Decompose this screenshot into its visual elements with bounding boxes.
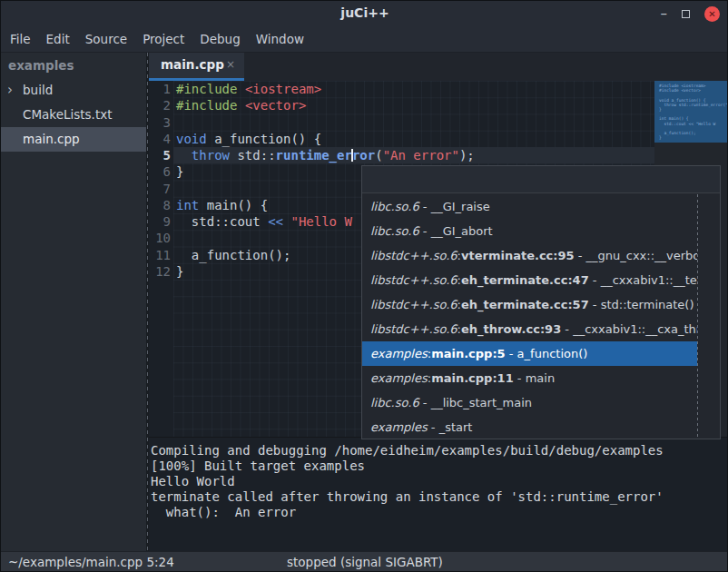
line-number: 9 [149,213,171,230]
menu-item-debug[interactable]: Debug [200,32,240,46]
line-number: 8 [149,197,171,213]
tab-label: main.cpp [161,57,226,72]
backtrace-symbol: - main [514,371,555,385]
code-text: } [176,163,183,180]
code-line-8: 8int main() { [149,197,268,213]
menu-item-file[interactable]: File [10,32,31,46]
line-number: 11 [149,247,171,263]
backtrace-list: libc.so.6 - __GI_raiselibc.so.6 - __GI_a… [362,194,720,439]
file-tree-item-main-cpp[interactable]: main.cpp [1,127,146,152]
app-window: juCi++ – ✕ FileEditSourceProjectDebugWin… [0,0,728,572]
code-text: throw std::runtime_error("An error"); [176,147,475,163]
project-name: examples [1,53,146,78]
backtrace-library: libc.so.6 [370,396,419,409]
backtrace-location: eh_terminate.cc:47 [461,273,589,287]
minimize-icon[interactable]: – [661,9,668,18]
code-line-10: 10 [149,230,176,246]
backtrace-library: libstdc++.so.6 [370,249,457,262]
line-number: 3 [149,114,171,131]
backtrace-popup: libc.so.6 - __GI_raiselibc.so.6 - __GI_a… [361,165,721,439]
code-token: << [268,214,283,229]
menu-item-project[interactable]: Project [143,32,184,46]
file-tree: ›buildCMakeLists.txtmain.cpp [1,78,146,152]
code-token: "An error" [383,148,459,163]
backtrace-item[interactable]: libc.so.6 - __GI_raise [362,194,697,219]
code-text: a_function(); [176,247,290,263]
menu-item-window[interactable]: Window [256,32,304,46]
close-icon[interactable]: ✕ [704,6,720,22]
menubar: FileEditSourceProjectDebugWindow [1,26,728,53]
code-token: a_function(); [176,248,290,262]
code-text: #include <iostream> [176,81,321,97]
backtrace-library: examples [370,420,428,434]
file-tree-item-label: CMakeLists.txt [23,107,113,122]
backtrace-item[interactable]: libc.so.6 - __GI_abort [362,219,697,243]
code-token: void [176,132,207,146]
code-token: ); [459,148,475,163]
code-token: std:: [230,148,276,163]
backtrace-item-selected[interactable]: examples:main.cpp:5 - a_function() [362,341,697,366]
backtrace-location: main.cpp:11 [431,371,514,385]
backtrace-item[interactable]: examples:main.cpp:11 - main [362,366,697,390]
chevron-right-icon[interactable]: › [7,78,13,103]
file-tree-item-label: build [23,83,53,97]
line-number: 2 [149,97,171,113]
line-number: 5 [149,147,171,163]
tab-main-cpp[interactable]: main.cpp × [149,53,244,81]
backtrace-symbol: - __GI_raise [419,200,490,213]
code-token: } [176,264,183,279]
tab-close-icon[interactable]: × [226,58,235,71]
line-number: 1 [149,81,171,97]
menu-item-source[interactable]: Source [85,32,127,46]
file-tree-item-label: main.cpp [23,132,80,146]
titlebar[interactable]: juCi++ – ✕ [1,1,728,26]
backtrace-location: eh_terminate.cc:57 [461,298,589,311]
file-tree-item-cmakelists-txt[interactable]: CMakeLists.txt [1,103,146,127]
backtrace-library: libstdc++.so.6 [370,298,457,311]
terminal-output[interactable]: Compiling and debugging /home/eidheim/ex… [149,437,728,551]
code-line-12: 12} [149,263,183,280]
code-token: main() { [199,198,268,212]
code-token: <iostream> [245,82,321,96]
code-token: ( [375,148,382,163]
debug-status: stopped (signal SIGABRT) [287,555,443,569]
code-token: ror [352,148,375,163]
minimap-slider[interactable]: #include <iostream> #include <vector> vo… [654,81,727,143]
line-number: 7 [149,181,171,197]
code-token: #include [176,82,237,96]
line-number: 12 [149,263,171,280]
code-line-6: 6} [149,163,183,180]
backtrace-library: libc.so.6 [370,200,419,213]
code-token [176,148,192,163]
backtrace-item[interactable]: libstdc++.so.6:eh_terminate.cc:57 - std:… [362,292,697,317]
line-number: 4 [149,131,171,147]
code-line-3: 3 [149,114,176,131]
statusbar: ~/examples/main.cpp 5:24 stopped (signal… [1,551,728,572]
minimap-code-preview: #include <iostream> #include <vector> vo… [659,84,727,140]
code-line-9: 9 std::cout << "Hello W [149,213,352,230]
code-token: std::cout [176,214,268,229]
file-tree-item-build[interactable]: ›build [1,78,146,103]
backtrace-search-input[interactable] [362,166,720,193]
backtrace-symbol: - __libc_start_main [419,396,532,409]
backtrace-symbol: - _start [428,420,473,434]
backtrace-item[interactable]: libstdc++.so.6:vterminate.cc:95 - __gnu_… [362,243,697,268]
backtrace-symbol: - a_function() [506,347,588,360]
backtrace-item[interactable]: libstdc++.so.6:eh_terminate.cc:47 - __cx… [362,268,697,292]
code-token: #include [176,98,237,113]
code-token: <vector> [245,98,306,113]
backtrace-item[interactable]: libstdc++.so.6:eh_throw.cc:93 - __cxxabi… [362,317,697,341]
line-number: 6 [149,163,171,180]
backtrace-location: vterminate.cc:95 [461,249,575,262]
backtrace-item[interactable]: examples - _start [362,415,697,439]
menu-item-edit[interactable]: Edit [46,32,70,46]
backtrace-library: libstdc++.so.6 [370,322,457,336]
backtrace-location: main.cpp:5 [431,347,506,360]
restore-icon[interactable] [682,10,690,18]
popup-focus-dash-border [697,194,698,439]
code-text: } [176,263,183,280]
code-text: #include <vector> [176,97,306,113]
backtrace-location: eh_throw.cc:93 [461,322,561,336]
backtrace-item[interactable]: libc.so.6 - __libc_start_main [362,390,697,415]
backtrace-symbol: - __gnu_cxx::__verbose_terminate_handler… [575,249,697,262]
